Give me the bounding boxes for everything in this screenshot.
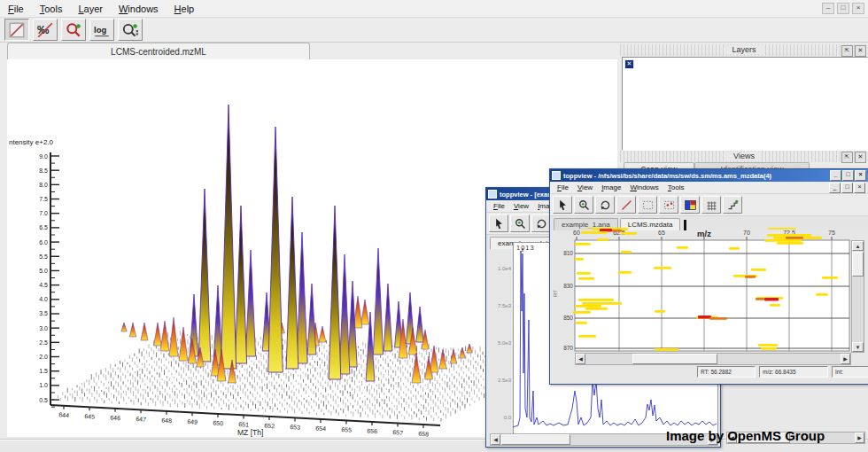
layer-item-label: LCMS-centroided.mzML bbox=[638, 60, 724, 69]
svg-text:652: 652 bbox=[264, 423, 275, 430]
svg-text:75: 75 bbox=[828, 230, 835, 236]
grid-button[interactable] bbox=[701, 196, 721, 214]
svg-text:ntensity e+2.0: ntensity e+2.0 bbox=[9, 138, 54, 146]
layers-undock-icon[interactable]: ⇱ bbox=[841, 45, 853, 57]
menu-item-file[interactable]: File bbox=[0, 2, 32, 16]
menu-item-tools[interactable]: Tools bbox=[663, 183, 689, 191]
tab-lcms-centroided[interactable]: LCMS-centroided.mzML bbox=[7, 43, 310, 60]
svg-text:log: log bbox=[94, 25, 106, 35]
menu-item-layer[interactable]: Layer bbox=[70, 2, 111, 16]
menu-item-view[interactable]: View bbox=[573, 183, 597, 191]
svg-text:850: 850 bbox=[563, 315, 573, 321]
svg-text:5.0: 5.0 bbox=[39, 268, 48, 274]
close-icon[interactable]: × bbox=[855, 170, 866, 181]
svg-text:655: 655 bbox=[341, 426, 352, 433]
svg-text:60: 60 bbox=[573, 230, 580, 236]
window-2d-app-icon bbox=[552, 171, 561, 180]
svg-text:810: 810 bbox=[563, 250, 573, 256]
svg-text:645: 645 bbox=[84, 413, 95, 420]
colormap-button[interactable] bbox=[680, 196, 700, 214]
map-plot: 6062.5657072.575m/z810830850870RT bbox=[550, 228, 868, 357]
maximize-icon[interactable]: □ bbox=[841, 183, 853, 193]
menu-item-help[interactable]: Help bbox=[167, 2, 203, 16]
spectrum-y-axis: 1.0e47.5e35.0e32.5e30.0 bbox=[488, 243, 513, 432]
zoom-button[interactable] bbox=[574, 196, 593, 214]
close-icon[interactable]: × bbox=[854, 183, 865, 193]
svg-text:3.0: 3.0 bbox=[39, 325, 48, 331]
svg-text:m/z: m/z bbox=[697, 229, 711, 238]
spectrum-ytick: 1.0e4 bbox=[498, 266, 511, 271]
menu-item-windows[interactable]: Windows bbox=[111, 2, 167, 16]
stairs-zoom-button[interactable] bbox=[723, 196, 742, 214]
views-panel-header: Views ⇱ ✕ bbox=[620, 151, 868, 162]
svg-text:1.0: 1.0 bbox=[39, 382, 48, 388]
layers-panel-header: Layers ⇱ ✕ bbox=[620, 44, 868, 56]
window-2d-toolbar bbox=[550, 194, 868, 216]
svg-text:4.5: 4.5 bbox=[39, 282, 48, 288]
intensity-log-button[interactable]: log bbox=[89, 19, 114, 41]
window-2d-title: toppview - /nfs/wsi/bs/share/data/ms/sw/… bbox=[563, 172, 771, 180]
pointer-button[interactable] bbox=[489, 214, 508, 232]
line-red-button[interactable] bbox=[616, 196, 636, 214]
minimize-icon[interactable]: _ bbox=[830, 170, 841, 181]
svg-text:1.5: 1.5 bbox=[39, 368, 48, 374]
layer-visible-checkbox[interactable]: ✕ bbox=[624, 59, 634, 69]
select-dots-red-button[interactable] bbox=[659, 196, 678, 214]
menu-item-file[interactable]: File bbox=[489, 202, 509, 210]
svg-text:3.5: 3.5 bbox=[39, 310, 48, 316]
spectrum-ytick: 5.0e3 bbox=[498, 340, 511, 346]
app-menubar: FileToolsLayerWindowsHelp bbox=[0, 0, 868, 18]
select-dots-button[interactable] bbox=[638, 196, 657, 214]
svg-text:650: 650 bbox=[213, 419, 223, 426]
svg-text:65: 65 bbox=[658, 230, 665, 236]
menu-item-view[interactable]: View bbox=[509, 202, 533, 210]
rotate-button[interactable] bbox=[595, 196, 615, 214]
svg-text:0.5: 0.5 bbox=[39, 397, 48, 403]
views-close-icon[interactable]: ✕ bbox=[855, 152, 866, 163]
zoom-button[interactable] bbox=[510, 214, 530, 232]
views-panel-title: Views bbox=[726, 152, 762, 160]
window-2d-titlebar[interactable]: toppview - /nfs/wsi/bs/share/data/ms/sw/… bbox=[550, 169, 868, 182]
svg-text:2.5: 2.5 bbox=[39, 339, 48, 346]
spectrum-ytick: 2.5e3 bbox=[498, 378, 511, 383]
map-vscrollbar[interactable]: ▲ ▼ bbox=[851, 240, 864, 353]
pointer-button[interactable] bbox=[553, 196, 572, 214]
close-icon[interactable]: × bbox=[852, 3, 864, 14]
layers-list[interactable]: ✕ LCMS-centroided.mzML bbox=[622, 57, 868, 151]
svg-text:9.0: 9.0 bbox=[39, 153, 48, 160]
svg-text:646: 646 bbox=[110, 414, 120, 421]
svg-text:‰: ‰ bbox=[37, 23, 50, 36]
layers-close-icon[interactable]: ✕ bbox=[855, 45, 866, 57]
zoom-stick-button[interactable] bbox=[118, 19, 143, 41]
svg-text:4.0: 4.0 bbox=[39, 296, 48, 302]
layer-item[interactable]: ✕ LCMS-centroided.mzML bbox=[623, 58, 867, 71]
restore-icon[interactable]: □ bbox=[837, 3, 849, 14]
maximize-icon[interactable]: □ bbox=[842, 170, 854, 181]
window-2d-menubar: FileViewImageWindowsTools_□× bbox=[550, 182, 868, 194]
svg-text:MZ [Th]: MZ [Th] bbox=[237, 428, 263, 437]
app-window-controls: –□× bbox=[822, 3, 864, 14]
menu-item-tools[interactable]: Tools bbox=[32, 2, 71, 16]
spectrum-ytick: 7.5e3 bbox=[498, 303, 511, 308]
map-hscrollbar[interactable]: ◀ ▶ bbox=[575, 353, 851, 365]
svg-text:648: 648 bbox=[161, 417, 172, 424]
status-mz: m/z: 66.8435 bbox=[759, 366, 828, 378]
menu-item-windows[interactable]: Windows bbox=[625, 183, 663, 191]
intensity-percentage-button[interactable]: ‰ bbox=[33, 19, 58, 41]
views-undock-icon[interactable]: ⇱ bbox=[841, 152, 853, 163]
zoom-red-button[interactable] bbox=[61, 19, 86, 41]
minimize-icon[interactable]: _ bbox=[829, 183, 841, 193]
rotate-button[interactable] bbox=[531, 214, 551, 232]
spectrum-ytick: 0.0 bbox=[504, 415, 511, 420]
window-2d-map[interactable]: toppview - /nfs/wsi/bs/share/data/ms/sw/… bbox=[549, 168, 868, 385]
svg-text:649: 649 bbox=[187, 418, 198, 425]
layers-panel-title: Layers bbox=[725, 45, 763, 54]
minimize-icon[interactable]: – bbox=[822, 3, 834, 14]
menu-item-file[interactable]: File bbox=[553, 183, 573, 191]
menu-item-image[interactable]: Image bbox=[597, 183, 625, 191]
svg-text:653: 653 bbox=[290, 424, 300, 431]
svg-text:8.0: 8.0 bbox=[39, 182, 48, 188]
image-credit: Image by OpenMS Group bbox=[666, 428, 825, 443]
axes-linear-button[interactable] bbox=[4, 19, 29, 41]
svg-text:644: 644 bbox=[58, 411, 69, 418]
